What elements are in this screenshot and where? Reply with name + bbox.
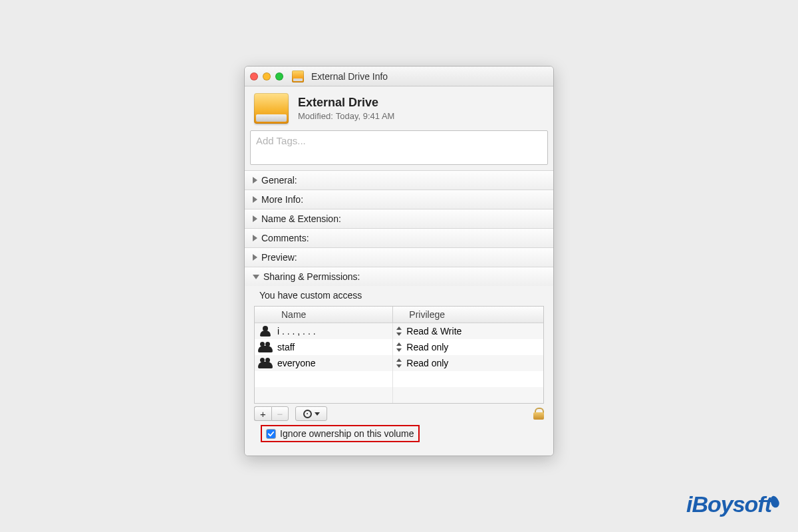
item-header: External Drive Modified:Today, 9:41 AM: [245, 86, 553, 129]
drive-icon: [292, 70, 304, 82]
group-icon: [259, 342, 272, 352]
section-sharing-permissions[interactable]: Sharing & Permissions:: [245, 267, 553, 286]
close-button[interactable]: [250, 72, 258, 80]
permissions-note: You have custom access: [259, 290, 539, 301]
table-row[interactable]: i . . . , . . . Read & Write: [255, 323, 543, 339]
ignore-ownership-checkbox[interactable]: [266, 429, 276, 439]
section-label: Sharing & Permissions:: [263, 271, 360, 282]
permissions-table: Name Privilege i . . . , . . . Read & Wr…: [254, 306, 544, 404]
ignore-ownership-label: Ignore ownership on this volume: [280, 428, 414, 439]
section-general[interactable]: General:: [245, 170, 553, 190]
privilege-value[interactable]: Read only: [406, 358, 448, 368]
table-header: Name Privilege: [255, 307, 543, 323]
table-row-empty: [255, 371, 543, 387]
disclosure-icon: [253, 196, 257, 203]
section-label: More Info:: [261, 194, 303, 205]
section-name-extension[interactable]: Name & Extension:: [245, 209, 553, 228]
group-icon: [259, 358, 272, 368]
info-window: External Drive Info External Drive Modif…: [244, 66, 554, 456]
zoom-button[interactable]: [275, 72, 283, 80]
disclosure-icon: [253, 254, 257, 261]
section-preview[interactable]: Preview:: [245, 247, 553, 267]
permissions-toolbar: + −: [254, 406, 544, 421]
disclosure-icon: [253, 235, 257, 241]
user-name: staff: [277, 342, 295, 352]
watermark-logo: iBoysoft: [686, 491, 779, 517]
disclosure-icon: [253, 177, 257, 184]
titlebar: External Drive Info: [245, 66, 553, 86]
tags-input[interactable]: Add Tags...: [250, 130, 548, 165]
stepper-icon[interactable]: [396, 358, 402, 368]
table-body: i . . . , . . . Read & Write staff Read …: [255, 323, 543, 403]
section-comments[interactable]: Comments:: [245, 228, 553, 247]
table-row-empty: [255, 387, 543, 403]
user-name: everyone: [277, 358, 316, 368]
section-label: Name & Extension:: [261, 213, 341, 224]
lock-icon[interactable]: [533, 408, 544, 420]
privilege-value[interactable]: Read & Write: [406, 326, 462, 336]
column-privilege[interactable]: Privilege: [393, 307, 543, 323]
user-icon: [259, 326, 272, 336]
section-label: Preview:: [261, 252, 297, 263]
stepper-icon[interactable]: [396, 342, 402, 352]
table-row[interactable]: everyone Read only: [255, 355, 543, 371]
permissions-panel: You have custom access Name Privilege i …: [245, 286, 553, 456]
disclosure-icon: [253, 215, 257, 222]
privilege-value[interactable]: Read only: [406, 342, 448, 352]
ignore-ownership-row[interactable]: Ignore ownership on this volume: [261, 425, 420, 442]
window-controls: [250, 72, 283, 80]
disclosure-icon: [253, 275, 259, 279]
user-name: i . . . , . . .: [277, 326, 316, 336]
check-icon: [267, 430, 275, 438]
action-menu-button[interactable]: [295, 406, 327, 421]
section-label: General:: [261, 175, 297, 186]
item-name: External Drive: [298, 96, 394, 110]
section-label: Comments:: [261, 233, 309, 243]
remove-user-button[interactable]: −: [271, 406, 289, 421]
minimize-button[interactable]: [263, 72, 271, 80]
stepper-icon[interactable]: [396, 327, 402, 336]
add-user-button[interactable]: +: [254, 406, 271, 421]
section-more-info[interactable]: More Info:: [245, 190, 553, 209]
item-modified: Modified:Today, 9:41 AM: [298, 111, 394, 121]
window-title: External Drive Info: [311, 71, 388, 82]
chevron-down-icon: [315, 412, 320, 416]
column-name[interactable]: Name: [255, 307, 393, 323]
drive-icon: [254, 93, 289, 124]
table-row[interactable]: staff Read only: [255, 339, 543, 355]
gear-icon: [303, 410, 312, 418]
